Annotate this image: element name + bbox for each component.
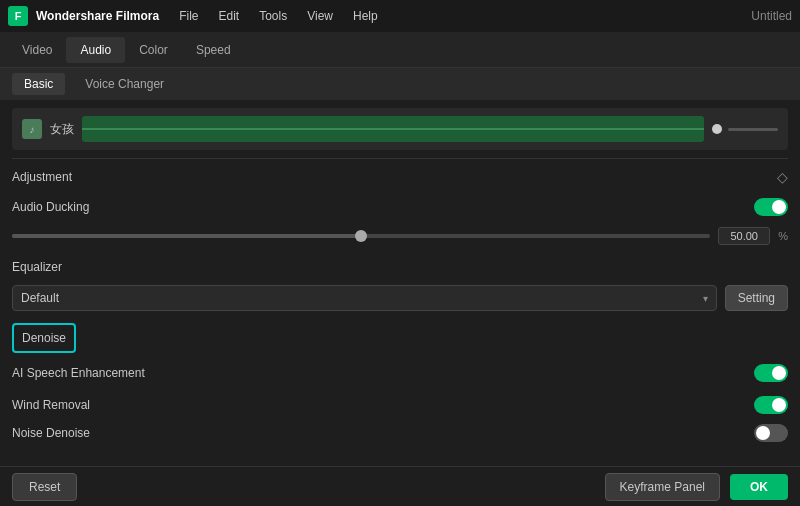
adjustment-section-header: Adjustment ◇	[12, 158, 788, 191]
track-icon: ♪	[22, 119, 42, 139]
volume-line	[728, 128, 778, 131]
menu-tools[interactable]: Tools	[251, 5, 295, 27]
settings-panel: Adjustment ◇ Audio Ducking 50.00 % Equal…	[0, 158, 800, 445]
menu-help[interactable]: Help	[345, 5, 386, 27]
menu-file[interactable]: File	[171, 5, 206, 27]
app-brand: Wondershare Filmora	[36, 9, 159, 23]
wind-removal-toggle[interactable]	[754, 396, 788, 414]
audio-track-area: ♪ 女孩	[12, 108, 788, 150]
main-tabs: Video Audio Color Speed	[0, 32, 800, 68]
ai-speech-row: AI Speech Enhancement	[12, 357, 788, 389]
slider-unit: %	[778, 230, 788, 242]
track-label: 女孩	[50, 121, 74, 138]
sub-tab-voice-changer[interactable]: Voice Changer	[73, 73, 176, 95]
wind-removal-label: Wind Removal	[12, 398, 90, 412]
audio-ducking-toggle[interactable]	[754, 198, 788, 216]
noise-denoise-row: Noise Denoise	[12, 421, 788, 445]
track-volume	[712, 124, 778, 134]
sub-tabs: Basic Voice Changer	[0, 68, 800, 100]
app-logo: F	[8, 6, 28, 26]
volume-dot	[712, 124, 722, 134]
slider-fill	[12, 234, 361, 238]
title-bar: F Wondershare Filmora File Edit Tools Vi…	[0, 0, 800, 32]
ai-speech-label: AI Speech Enhancement	[12, 366, 145, 380]
bottom-right-actions: Keyframe Panel OK	[605, 473, 788, 501]
reset-button[interactable]: Reset	[12, 473, 77, 501]
keyframe-panel-button[interactable]: Keyframe Panel	[605, 473, 720, 501]
window-title: Untitled	[751, 9, 792, 23]
menu-view[interactable]: View	[299, 5, 341, 27]
noise-denoise-label: Noise Denoise	[12, 426, 90, 440]
sub-tab-basic[interactable]: Basic	[12, 73, 65, 95]
menu-edit[interactable]: Edit	[210, 5, 247, 27]
wind-removal-row: Wind Removal	[12, 389, 788, 421]
ok-button[interactable]: OK	[730, 474, 788, 500]
bottom-bar: Reset Keyframe Panel OK	[0, 466, 800, 506]
audio-ducking-value[interactable]: 50.00	[718, 227, 770, 245]
track-waveform[interactable]	[82, 116, 704, 142]
equalizer-select[interactable]: Default ▾	[12, 285, 717, 311]
ai-speech-toggle[interactable]	[754, 364, 788, 382]
menu-bar: File Edit Tools View Help	[171, 5, 386, 27]
audio-ducking-row: Audio Ducking	[12, 191, 788, 223]
equalizer-setting-button[interactable]: Setting	[725, 285, 788, 311]
svg-text:F: F	[15, 10, 22, 22]
equalizer-label: Equalizer	[12, 260, 62, 274]
tab-video[interactable]: Video	[8, 37, 66, 63]
denoise-label: Denoise	[22, 331, 66, 345]
adjustment-title: Adjustment	[12, 170, 72, 184]
noise-denoise-toggle[interactable]	[754, 424, 788, 442]
audio-ducking-label: Audio Ducking	[12, 200, 89, 214]
tab-audio[interactable]: Audio	[66, 37, 125, 63]
audio-ducking-slider[interactable]	[12, 234, 710, 238]
denoise-box: Denoise	[12, 323, 76, 353]
tab-color[interactable]: Color	[125, 37, 182, 63]
chevron-down-icon: ▾	[703, 293, 708, 304]
equalizer-row: Default ▾ Setting	[12, 281, 788, 319]
equalizer-label-row: Equalizer	[12, 253, 788, 281]
tab-speed[interactable]: Speed	[182, 37, 245, 63]
audio-ducking-slider-row: 50.00 %	[12, 223, 788, 253]
slider-thumb[interactable]	[355, 230, 367, 242]
keyframe-diamond-icon[interactable]: ◇	[777, 169, 788, 185]
